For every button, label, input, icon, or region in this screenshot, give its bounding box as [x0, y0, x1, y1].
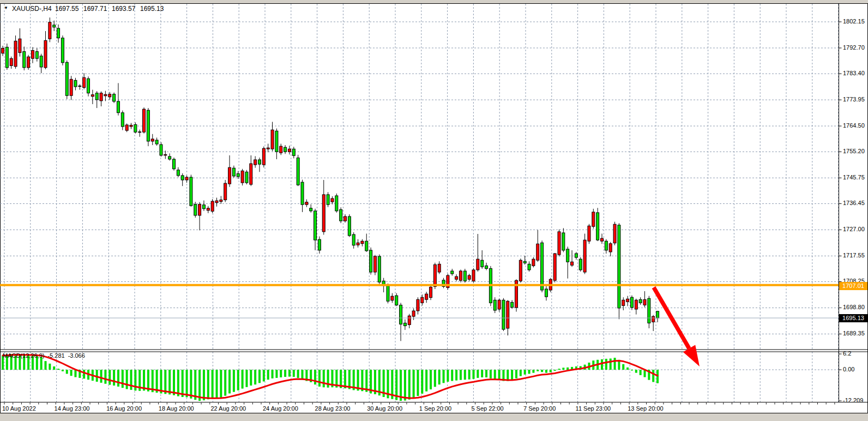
candle-bull: [507, 301, 509, 328]
candle-bear: [23, 52, 26, 68]
macd-bar: [164, 370, 166, 394]
ohlc-low-value: 1693.57: [112, 5, 139, 13]
candle-bull: [532, 259, 535, 266]
price-axis-label: 1755.20: [843, 148, 865, 154]
macd-bar: [656, 370, 659, 383]
candle-bull: [408, 316, 411, 324]
macd-bar: [216, 370, 218, 398]
macd-bar: [413, 370, 415, 398]
macd-bar: [233, 370, 235, 392]
candle-bull: [164, 154, 167, 155]
macd-bar: [74, 370, 76, 377]
macd-bar: [314, 370, 316, 384]
macd-bar: [186, 370, 188, 397]
macd-bar: [113, 370, 115, 386]
macd-bar: [272, 370, 274, 378]
candle-bear: [656, 311, 659, 318]
candle-bear: [579, 259, 582, 270]
macd-bar: [640, 370, 642, 375]
candle-bear: [79, 86, 81, 86]
candle-bull: [468, 275, 471, 279]
macd-bar: [554, 370, 556, 371]
candle-bull: [215, 201, 218, 203]
macd-bar: [520, 370, 522, 376]
candle-bear: [40, 56, 43, 67]
candle-bull: [91, 95, 94, 97]
candle-bear: [258, 160, 261, 164]
candle-bear: [562, 233, 565, 250]
candle-bull: [198, 205, 201, 215]
time-axis-label: 18 Aug 20:00: [159, 405, 194, 412]
macd-bar: [267, 370, 269, 380]
macd-bar: [280, 370, 282, 377]
candle-bull: [125, 125, 128, 130]
candle-bull: [331, 199, 334, 202]
chart-canvas[interactable]: [0, 0, 868, 421]
candle-bull: [104, 94, 107, 96]
macd-bar: [275, 370, 278, 378]
candle-bull: [305, 202, 308, 205]
candle-bull: [498, 300, 501, 309]
candle-bear: [95, 93, 98, 100]
candle-bull: [652, 316, 655, 322]
candle-bull: [241, 171, 244, 183]
candle-bull: [592, 212, 595, 226]
macd-bar: [464, 370, 466, 380]
candle-bear: [566, 249, 569, 262]
macd-bar: [83, 370, 85, 378]
candle-bull: [477, 259, 479, 270]
symbol-dropdown-icon: ▼: [4, 5, 8, 11]
candle-bull: [455, 276, 458, 279]
candle-bear: [284, 147, 287, 152]
macd-bar: [104, 370, 106, 384]
macd-bar: [126, 370, 128, 389]
candle-bear: [485, 266, 488, 268]
price-axis-label: 1717.55: [843, 252, 865, 258]
candle-bull: [220, 200, 222, 202]
candle-bull: [143, 109, 146, 132]
price-axis-label: 1783.40: [843, 70, 865, 76]
macd-bar: [66, 370, 68, 374]
macd-bar: [212, 370, 214, 399]
price-axis-label: 1764.50: [843, 122, 865, 129]
candle-bull: [553, 254, 556, 280]
candle-bull: [433, 264, 436, 286]
macd-bar: [430, 370, 432, 389]
candle-bull: [425, 294, 428, 299]
macd-bar: [468, 370, 471, 380]
candle-bull: [613, 224, 616, 243]
candle-bull: [10, 58, 13, 65]
macd-bar: [622, 364, 624, 370]
candle-bull: [626, 299, 629, 302]
macd-axis-label: -12.209: [843, 397, 863, 404]
candle-bull: [361, 241, 364, 244]
macd-bar: [524, 370, 526, 375]
candle-bear: [541, 243, 544, 290]
candle-bull: [27, 57, 30, 68]
candle-bear: [53, 25, 56, 27]
price-axis-label: 1689.35: [843, 330, 865, 336]
macd-bar: [601, 359, 603, 370]
macd-bar: [45, 361, 47, 370]
candle-bear: [335, 196, 338, 211]
bid-price-tag: 1695.13: [839, 314, 867, 322]
candle-bear: [57, 28, 60, 38]
candle-bear: [403, 323, 406, 326]
candle-bear: [348, 216, 351, 236]
macd-bar: [57, 369, 59, 370]
macd-bar: [443, 370, 445, 383]
macd-bar: [545, 370, 547, 373]
ohlc-close-value: 1695.13: [140, 5, 167, 13]
macd-bar: [254, 370, 256, 384]
macd-axis-label: 6.2: [843, 350, 851, 357]
candle-bear: [61, 38, 64, 63]
indicator-signal-value: -3.066: [68, 352, 85, 359]
candle-bull: [70, 79, 73, 95]
macd-bar: [511, 370, 513, 380]
time-axis-label: 14 Aug 23:00: [55, 405, 90, 412]
macd-bar: [203, 370, 205, 400]
price-axis-label: 1773.95: [843, 96, 865, 103]
candle-bear: [232, 168, 235, 176]
candle-bull: [83, 77, 86, 87]
candle-bear: [605, 241, 607, 250]
